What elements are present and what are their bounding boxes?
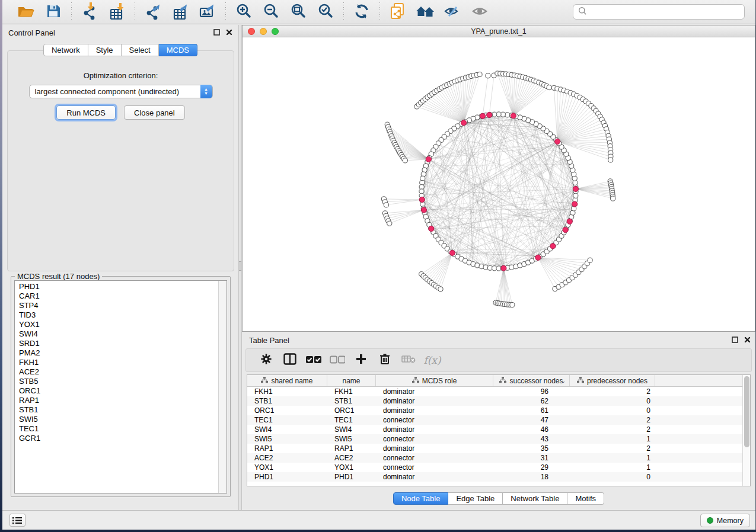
column-header-shared-name[interactable]: shared name	[247, 375, 327, 386]
table-toolbar: f(x)	[245, 348, 752, 372]
zoom-fit-button[interactable]	[288, 2, 309, 22]
close-panel-icon[interactable]	[226, 29, 232, 36]
deselect-all-checkboxes-button[interactable]	[326, 350, 349, 370]
mcds-result-item[interactable]: STB5	[19, 377, 217, 386]
network-view-titlebar[interactable]: YPA_prune.txt_1	[243, 25, 755, 37]
duplicate-network-button[interactable]	[387, 2, 409, 22]
optimization-criterion-select[interactable]: largest connected component (undirected)…	[29, 85, 213, 98]
zoom-selected-icon	[317, 3, 334, 21]
mcds-result-item[interactable]: TID3	[19, 310, 217, 320]
table-scrollbar[interactable]	[742, 375, 750, 486]
search-box[interactable]	[573, 4, 745, 20]
delete-column-button[interactable]	[373, 350, 397, 370]
home-view-button[interactable]	[414, 2, 436, 22]
close-table-panel-icon[interactable]	[744, 336, 751, 343]
mcds-result-item[interactable]: SWI5	[19, 415, 217, 424]
split-table-view-button[interactable]	[278, 350, 302, 370]
column-header-name[interactable]: name	[327, 375, 376, 386]
show-all-button[interactable]	[469, 2, 490, 22]
table-tab-node-table[interactable]: Node Table	[393, 492, 449, 505]
main-toolbar	[2, 0, 755, 24]
save-session-button[interactable]	[43, 2, 64, 22]
search-input[interactable]	[587, 8, 739, 17]
table-row[interactable]: FKH1FKH1dominator962	[247, 387, 742, 396]
zoom-out-icon	[263, 3, 279, 21]
table-scrollbar-thumb[interactable]	[744, 376, 749, 447]
export-network-button[interactable]	[142, 2, 164, 22]
cell-predecessor-nodes: 1	[570, 453, 655, 463]
table-tab-network-table[interactable]: Network Table	[503, 492, 567, 505]
split-table-view-icon	[283, 353, 296, 368]
mcds-result-item[interactable]: ACE2	[19, 367, 217, 377]
tab-select[interactable]: Select	[122, 44, 159, 56]
tab-network[interactable]: Network	[43, 44, 88, 56]
network-canvas[interactable]	[243, 37, 755, 331]
mcds-result-scrollbar[interactable]	[218, 281, 227, 493]
table-panel-title: Table Panel	[249, 336, 289, 345]
run-mcds-button[interactable]: Run MCDS	[56, 105, 116, 120]
table-row[interactable]: SWI4SWI4dominator462	[247, 425, 742, 434]
hide-selected-button[interactable]	[442, 2, 463, 22]
close-panel-button[interactable]: Close panel	[124, 105, 185, 120]
mcds-result-item[interactable]: SRD1	[19, 339, 217, 348]
float-panel-icon[interactable]	[213, 29, 220, 36]
table-row[interactable]: YOX1YOX1connector291	[247, 463, 742, 472]
export-table-button[interactable]	[170, 2, 191, 22]
network-graph[interactable]	[243, 37, 755, 331]
import-table-button[interactable]	[106, 2, 127, 22]
select-all-checkboxes-button[interactable]	[302, 350, 326, 370]
open-file-button[interactable]	[15, 2, 37, 22]
mcds-result-item[interactable]: PHD1	[19, 282, 217, 291]
task-history-button[interactable]	[9, 514, 25, 527]
import-network-button[interactable]	[79, 2, 100, 22]
table-row[interactable]: ACE2ACE2connector311	[247, 453, 742, 463]
zoom-selected-button[interactable]	[315, 2, 336, 22]
splitter-grip[interactable]	[239, 261, 241, 271]
float-table-panel-icon[interactable]	[732, 336, 738, 343]
mcds-result-item[interactable]: ORC1	[19, 386, 217, 396]
search-icon	[578, 7, 587, 18]
column-header-predecessor-nodes[interactable]: predecessor nodes	[570, 375, 655, 386]
mcds-result-item[interactable]: FKH1	[19, 358, 217, 367]
memory-button[interactable]: Memory	[700, 514, 750, 527]
zoom-out-button[interactable]	[260, 2, 282, 22]
table-row[interactable]: PHD1PHD1dominator180	[247, 472, 742, 482]
add-column-button[interactable]	[349, 350, 373, 370]
refresh-layout-button[interactable]	[351, 2, 372, 22]
mcds-result-item[interactable]: YOX1	[19, 320, 217, 329]
table-row[interactable]: ORC1ORC1dominator610	[247, 406, 742, 415]
cell-name: PHD1	[327, 472, 376, 482]
cell-shared-name: TEC1	[247, 415, 327, 425]
cell-name: STB1	[327, 396, 376, 406]
zoom-in-button[interactable]	[233, 2, 254, 22]
mcds-result-item[interactable]: STB1	[19, 405, 217, 415]
tab-mcds[interactable]: MCDS	[159, 44, 197, 56]
table-tab-edge-table[interactable]: Edge Table	[448, 492, 503, 505]
tab-style[interactable]: Style	[88, 44, 122, 56]
table-row[interactable]: SWI5SWI5connector431	[247, 434, 742, 444]
settings-gear-button[interactable]	[254, 350, 278, 370]
window-close-icon[interactable]	[248, 28, 255, 35]
control-panel: Control Panel NetworkStyleSelectMCDS Opt…	[2, 25, 238, 510]
column-header-successor-nodes[interactable]: successor nodes⌄	[493, 375, 570, 386]
window-minimize-icon[interactable]	[260, 28, 267, 35]
table-row[interactable]: STB1STB1dominator620	[247, 396, 742, 406]
export-image-icon	[199, 2, 216, 22]
memory-status-icon	[707, 517, 713, 524]
column-header-MCDS-role[interactable]: MCDS role	[376, 375, 493, 386]
table-row[interactable]: RAP1RAP1dominator352	[247, 444, 742, 453]
table-tab-motifs[interactable]: Motifs	[567, 492, 604, 505]
export-table-icon	[173, 2, 188, 22]
export-image-button[interactable]	[197, 2, 218, 22]
mcds-result-item[interactable]: STP4	[19, 301, 217, 310]
table-row[interactable]: TEC1TEC1connector472	[247, 415, 742, 425]
mcds-result-item[interactable]: RAP1	[19, 396, 217, 405]
mcds-result-item[interactable]: PMA2	[19, 348, 217, 358]
mcds-result-item[interactable]: SWI4	[19, 329, 217, 339]
mcds-result-list[interactable]: PHD1CAR1STP4TID3YOX1SWI4SRD1PMA2FKH1ACE2…	[14, 280, 227, 493]
window-maximize-icon[interactable]	[272, 28, 279, 35]
mcds-result-item[interactable]: GCR1	[19, 434, 217, 443]
mcds-result-item[interactable]: CAR1	[19, 291, 217, 301]
mcds-result-item[interactable]: TEC1	[19, 424, 217, 434]
delete-table-button	[397, 350, 420, 370]
